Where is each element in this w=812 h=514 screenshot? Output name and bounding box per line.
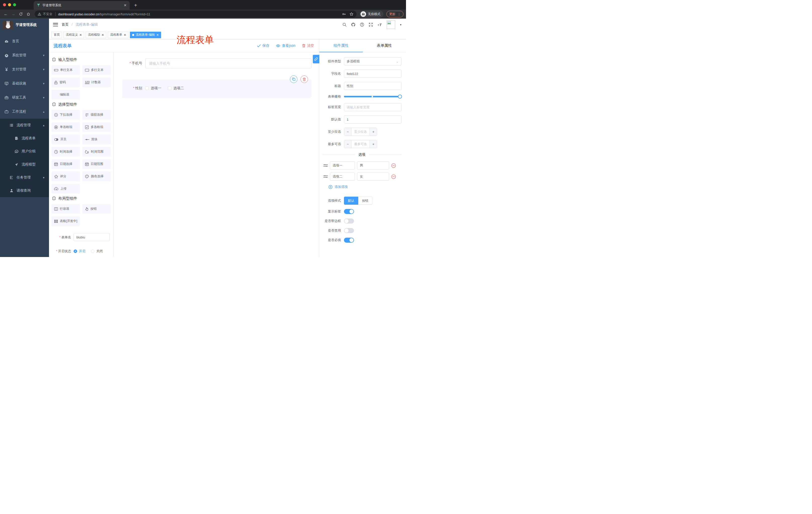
palette-item-date-range[interactable]: 日期范围 xyxy=(82,159,111,169)
forward-icon[interactable]: → xyxy=(10,11,17,17)
sidebar-toggle-icon[interactable] xyxy=(53,23,58,26)
github-icon[interactable] xyxy=(351,22,355,27)
fullscreen-icon[interactable] xyxy=(369,22,373,27)
option2-value-input[interactable] xyxy=(357,172,389,181)
palette-item-password[interactable]: 密码 xyxy=(52,77,80,87)
browser-tab[interactable]: 芋道管理系统 ✕ xyxy=(34,1,129,9)
palette-item-single-text[interactable]: 单行文本 xyxy=(52,65,80,75)
avatar[interactable] xyxy=(387,20,395,29)
tag-process-form[interactable]: 流程表单✕ xyxy=(108,32,128,38)
palette-item-select[interactable]: 下拉选择 xyxy=(52,110,80,120)
palette-item-row-container[interactable]: 行容器 xyxy=(52,204,80,214)
plus-button[interactable]: + xyxy=(370,128,377,136)
update-chrome-button[interactable]: 更新 ⋮ xyxy=(386,11,404,17)
palette-item-slider[interactable]: 滑块 xyxy=(82,135,111,144)
tag-process-definition[interactable]: 流程定义✕ xyxy=(63,32,84,38)
label-width-input[interactable] xyxy=(344,103,402,111)
copy-component-button[interactable] xyxy=(290,76,297,83)
drag-handle-icon[interactable] xyxy=(323,175,328,178)
tab-close-icon[interactable]: ✕ xyxy=(124,3,127,7)
disabled-switch[interactable] xyxy=(344,228,354,233)
component-type-select[interactable]: 多选框组⌄ xyxy=(344,57,402,65)
sidebar-item-payment[interactable]: 支付管理 ▼ xyxy=(0,62,49,77)
close-icon[interactable]: ✕ xyxy=(124,33,126,37)
option1-label-input[interactable] xyxy=(330,161,355,169)
link-icon[interactable] xyxy=(313,55,319,63)
add-option-button[interactable]: 添加选项 xyxy=(328,185,402,189)
close-icon[interactable]: ✕ xyxy=(102,33,104,37)
new-tab-button[interactable]: + xyxy=(134,1,137,9)
sidebar-item-task-mgmt[interactable]: 任务管理 ▼ xyxy=(0,171,49,184)
breadcrumb-home[interactable]: 首页 xyxy=(62,22,68,26)
palette-item-upload[interactable]: 上传 xyxy=(52,184,80,194)
phone-input[interactable] xyxy=(145,58,312,69)
bookmark-star-icon[interactable] xyxy=(349,12,353,16)
password-key-icon[interactable] xyxy=(342,12,346,16)
palette-item-editor[interactable]: 编辑器 xyxy=(52,90,80,100)
tag-home[interactable]: 首页 xyxy=(52,32,62,38)
palette-item-textarea[interactable]: 多行文本 xyxy=(82,65,111,75)
show-label-switch[interactable] xyxy=(344,209,354,214)
palette-item-checkbox-group[interactable]: 多选框组 xyxy=(82,122,111,132)
sidebar-item-process-model[interactable]: 流程模型 xyxy=(0,158,49,171)
url-bar[interactable]: 不安全 dashboard.yudao.iocoder.cn/bpm/manag… xyxy=(35,10,356,18)
gender-checkbox-option2[interactable]: 选项二 xyxy=(168,86,184,90)
close-icon[interactable]: ✕ xyxy=(156,33,159,37)
palette-item-button[interactable]: 按钮 xyxy=(82,204,111,214)
plus-button[interactable]: + xyxy=(370,140,377,148)
style-button-button[interactable]: 按钮 xyxy=(358,197,372,205)
reload-icon[interactable] xyxy=(18,11,24,17)
default-value-input[interactable] xyxy=(344,115,402,124)
palette-item-rate[interactable]: 评分 xyxy=(52,171,80,181)
minus-button[interactable]: − xyxy=(344,128,351,136)
close-icon[interactable]: ✕ xyxy=(79,33,82,37)
sidebar-logo[interactable]: 芋道管理系统 xyxy=(0,19,49,31)
option2-label-input[interactable] xyxy=(330,172,355,181)
view-json-button[interactable]: 查看json xyxy=(276,44,295,48)
sidebar-item-devtools[interactable]: 研发工具 ▼ xyxy=(0,90,49,105)
sidebar-item-system[interactable]: 系统管理 ▼ xyxy=(0,48,49,62)
sidebar-item-infra[interactable]: 基础设施 ▼ xyxy=(0,77,49,90)
avatar-caret-icon[interactable]: ▼ xyxy=(400,23,402,26)
sidebar-item-workflow[interactable]: 工作流程 ▲ xyxy=(0,105,49,119)
minus-button[interactable]: − xyxy=(344,140,351,148)
save-button[interactable]: 保存 xyxy=(257,44,269,48)
tab-form-props[interactable]: 表单属性 xyxy=(363,39,406,52)
canvas-field-phone[interactable]: 手机号 xyxy=(122,58,312,69)
status-radio-on[interactable]: 开启 xyxy=(74,249,85,253)
option1-value-input[interactable] xyxy=(357,161,389,169)
title-input[interactable] xyxy=(344,82,402,90)
palette-item-time-range[interactable]: 时间范围 xyxy=(82,147,111,157)
form-name-input[interactable] xyxy=(74,233,110,241)
browser-menu-icon[interactable]: ⋮ xyxy=(398,12,401,16)
sidebar-item-home[interactable]: 首页 xyxy=(0,34,49,48)
required-switch[interactable] xyxy=(344,238,354,243)
max-select-stepper[interactable]: − 最多可选 + xyxy=(344,140,377,148)
search-icon[interactable] xyxy=(342,22,347,27)
palette-item-time-picker[interactable]: 时间选择 xyxy=(52,147,80,157)
font-size-icon[interactable]: TT xyxy=(377,23,382,27)
palette-item-color-picker[interactable]: 颜色选择 xyxy=(82,171,111,181)
slider-handle[interactable] xyxy=(398,94,402,99)
sidebar-item-process-form[interactable]: 流程表单 xyxy=(0,132,49,145)
tag-process-form-edit[interactable]: 流程表单-编辑✕ xyxy=(130,32,161,38)
tag-process-model[interactable]: 流程模型✕ xyxy=(86,32,106,38)
sidebar-item-leave-query[interactable]: 请假查询 xyxy=(0,184,49,197)
palette-item-date-picker[interactable]: 日期选择 xyxy=(52,159,80,169)
remove-option-button[interactable] xyxy=(391,174,396,179)
palette-item-table[interactable]: 表格[开发中] xyxy=(52,216,80,226)
form-grid-slider[interactable] xyxy=(344,94,402,99)
drag-handle-icon[interactable] xyxy=(323,164,328,167)
remove-option-button[interactable] xyxy=(391,163,396,168)
maximize-window-button[interactable] xyxy=(13,3,16,6)
delete-component-button[interactable] xyxy=(300,76,308,83)
canvas-field-gender[interactable]: 性别 选项一 选项二 xyxy=(122,79,312,98)
status-radio-off[interactable]: 关闭 xyxy=(91,249,103,253)
minimize-window-button[interactable] xyxy=(8,3,11,6)
home-icon[interactable] xyxy=(25,11,32,17)
field-name-input[interactable] xyxy=(344,70,402,78)
palette-item-radio-group[interactable]: 单选框组 xyxy=(52,122,80,132)
sidebar-item-user-group[interactable]: 用户分组 xyxy=(0,145,49,158)
palette-item-counter[interactable]: 123计数器 xyxy=(82,77,111,87)
palette-item-switch[interactable]: 开关 xyxy=(52,135,80,144)
